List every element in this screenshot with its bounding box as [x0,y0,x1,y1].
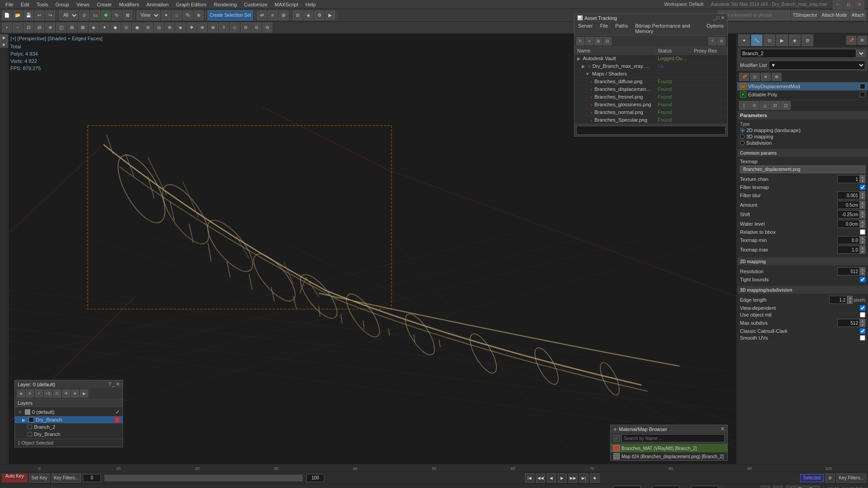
max-subdivs-down[interactable]: ▼ [860,323,865,327]
material-editor-btn[interactable]: ◈ [304,10,313,20]
key-filters-2-btn[interactable]: Key Filters... [836,474,866,483]
layer-item-branch2[interactable]: Branch_2 [15,423,123,431]
water-level-down[interactable]: ▼ [860,224,865,228]
menu-tools[interactable]: Tools [33,1,52,8]
texmap-min-spinner[interactable]: 0.0 ▲ ▼ [837,236,865,244]
type-2d-row[interactable]: 2D mapping (landscape) [740,128,865,133]
filter-blur-down[interactable]: ▼ [860,195,865,199]
type-3d-radio[interactable] [740,134,745,139]
rotate-btn[interactable]: ↻ [112,10,122,20]
smooth-uvs-check[interactable] [860,335,865,341]
sub-btn8[interactable]: ⊠ [78,23,88,33]
layer-minimize-btn[interactable]: _ [112,381,115,387]
asset-row-fresnel[interactable]: ▪ Branches_fresnel.png Found [574,93,727,101]
asset-help-btn[interactable]: ? [708,37,716,45]
asset-th-status[interactable]: Status [655,47,691,54]
close-btn[interactable]: ✕ [854,0,864,9]
set-key-controls-btn[interactable]: ⚙ [825,474,835,483]
menu-modifiers[interactable]: Modifiers [115,1,143,8]
asset-panel-header[interactable]: 📊 Asset Tracking _ □ ✕ [574,14,727,22]
texmap-value[interactable]: Branches_displacement.png [740,166,865,173]
mirror-btn[interactable]: ⇌ [257,10,267,20]
render-btn[interactable]: ▶ [325,10,335,20]
attach-btn[interactable]: Attach [850,10,866,20]
texture-chan-spinner[interactable]: 1 ▲ ▼ [837,175,865,183]
angle-snap-btn[interactable]: ⌂ [172,10,182,20]
layer-delete-btn[interactable]: ✕ [26,389,34,398]
render-setup-btn[interactable]: ⚙ [314,10,324,20]
resolution-down[interactable]: ▼ [860,271,865,275]
asset-menu-server[interactable]: Server [574,22,596,35]
sub-btn20[interactable]: ⊗ [208,23,218,33]
filter-dropdown[interactable]: All [59,10,78,20]
water-level-spinner[interactable]: 0.0cm ▲ ▼ [837,220,865,228]
pin-modifier-btn[interactable]: 📌 [739,73,749,81]
mod-sub5[interactable]: ◫ [781,101,791,110]
auto-key-btn[interactable]: Auto Key [2,474,28,483]
edge-length-spinner[interactable]: 1.2 ▲ ▼ [829,296,853,304]
percent-snap-btn[interactable]: % [183,10,193,20]
next-key-btn[interactable]: ▶▶ [569,474,578,483]
layer-panel-header[interactable]: Layer: 0 (default) ? _ ✕ [15,380,123,388]
asset-row-max[interactable]: ▶ M Dry_Branch_max_vray.max Ok [574,62,727,70]
menu-graph-editors[interactable]: Graph Editors [172,1,210,8]
layer-help-btn[interactable]: ? [109,381,111,387]
shift-up[interactable]: ▲ [860,210,865,214]
save-btn[interactable]: 💾 [24,10,33,20]
asset-path-input[interactable] [576,126,726,135]
open-btn[interactable]: 📂 [13,10,23,20]
workspace-dropdown[interactable]: Workspace: Default [660,1,707,8]
menu-edit[interactable]: Edit [17,1,33,8]
motion-btn[interactable]: ▶ [776,34,788,46]
layer-select-btn[interactable]: ◈ [17,389,25,398]
texmap-max-input[interactable]: 1.0 [837,246,860,254]
modifier-dropdown[interactable]: ▼ [856,50,865,57]
tight-bounds-check[interactable] [860,277,865,282]
mod-sub3[interactable]: △ [760,101,770,110]
sub-btn25[interactable]: ⊜ [262,23,272,33]
view-dropdown[interactable]: View [137,10,160,20]
type-subdiv-row[interactable]: Subdivision [740,140,865,146]
next-frame-btn[interactable]: ▶| [579,474,588,483]
sub-btn17[interactable]: ◈ [175,23,185,33]
menu-rendering[interactable]: Rendering [210,1,241,8]
resolution-input[interactable]: 512 [837,267,860,275]
select-region-btn[interactable]: ▭ [90,10,100,20]
config-mod-btn[interactable]: ⚙ [772,73,782,81]
modifier-editable-poly[interactable]: P Editable Poly [737,90,868,99]
sub-btn24[interactable]: ⊝ [251,23,261,33]
prev-frame-btn[interactable]: |◀ [525,474,534,483]
select-object-btn[interactable]: ⊙ [79,10,89,20]
undo-btn[interactable]: ↩ [34,10,44,20]
sub-btn22[interactable]: ◇ [230,23,240,33]
asset-row-glossiness[interactable]: ▪ Branches_glossiness.png Found [574,101,727,109]
sub-btn12[interactable]: ⊙ [121,23,131,33]
filter-blur-spinner[interactable]: 0.001 ▲ ▼ [837,191,865,199]
prev-key-btn[interactable]: ◀◀ [536,474,545,483]
sub-btn6[interactable]: ◫ [56,23,66,33]
asset-close-btn[interactable]: ✕ [721,15,725,21]
config-btn[interactable]: ⚙ [857,36,867,45]
texmap-max-spinner[interactable]: 1.0 ▲ ▼ [837,246,865,254]
menu-group[interactable]: Group [52,1,73,8]
asset-minimize-btn[interactable]: _ [713,15,716,21]
sub-btn10[interactable]: ✦ [100,23,109,33]
amount-down[interactable]: ▼ [860,205,865,209]
layer-hide-btn[interactable]: 👁 [62,389,70,398]
asset-row-normal[interactable]: ▪ Branches_normal.png Found [574,109,727,116]
sub-btn5[interactable]: ⊕ [45,23,55,33]
select-move-btn[interactable]: ✥ [101,10,111,20]
sub-btn21[interactable]: ◊ [219,23,229,33]
mod-visibility-poly[interactable] [860,92,865,97]
amount-input[interactable]: 0.5cm [837,201,860,209]
time-end-input[interactable]: 100 [306,474,324,482]
set-key-btn[interactable]: Set Key [29,474,50,483]
asset-row-vault[interactable]: ▶ Autodesk Vault Logged Out ... [574,55,727,62]
attach-mode-btn[interactable]: Attach Mode [820,10,849,20]
texture-chan-down[interactable]: ▼ [860,179,865,183]
asset-menu-file[interactable]: File [596,22,612,35]
shift-spinner[interactable]: -0.25cm ▲ ▼ [837,210,865,218]
z-coord-input[interactable] [691,486,718,488]
play-fwd-btn[interactable]: ▶ [558,474,567,483]
resolution-spinner[interactable]: 512 ▲ ▼ [837,267,865,275]
